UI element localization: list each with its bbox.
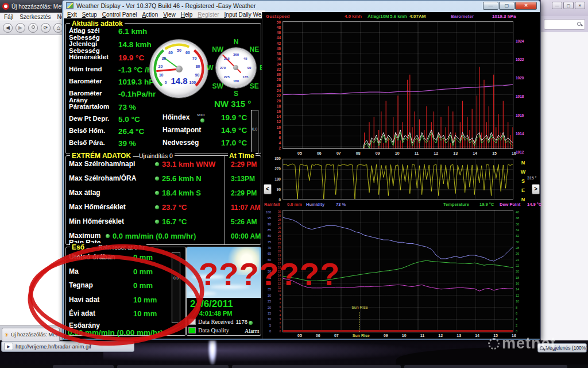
data-quality-row: Data Quality — [188, 327, 229, 334]
chart-scroll-left-button[interactable]: < — [264, 184, 272, 194]
browser-right-titlebar[interactable]: — ▢ ✕ — [541, 0, 588, 16]
browser-menu-item[interactable]: Fájl — [4, 14, 13, 20]
wd-menu-item[interactable]: Exit — [67, 12, 77, 18]
taskbar-item[interactable] — [404, 365, 567, 368]
maximize-button[interactable]: ▢ — [499, 2, 514, 10]
taskbar-edge[interactable] — [0, 365, 588, 368]
axis-tick: 1012 — [516, 150, 533, 154]
search-input[interactable] — [544, 19, 585, 30]
chart-legend-item: 1019.3 hPa — [492, 14, 516, 19]
status-url[interactable]: http://vrijeme.hr/bradar-anim.gif — [16, 343, 91, 350]
taskbar-item[interactable] — [117, 365, 229, 368]
axis-tick: 1016 — [516, 113, 533, 117]
axis-tick: 30 — [274, 210, 281, 213]
wd-titlebar[interactable]: Weather Display - Ver 10.37Q Build 46 - … — [63, 1, 540, 10]
minimize-button[interactable]: — — [483, 2, 498, 10]
browser-window-right: — ▢ ✕ — [540, 0, 588, 340]
axis-tick: 16 — [266, 109, 281, 113]
axis-tick: 10 — [402, 334, 407, 339]
time-display: 4:01:48 PM — [199, 310, 232, 317]
axis-tick: 12 — [266, 120, 281, 124]
chart-legend-item: 0.0 mm — [287, 202, 302, 207]
gauge-tick: SE — [250, 82, 259, 90]
chart-legend-item: Átlag/10M — [368, 14, 389, 19]
key-button[interactable] — [28, 23, 38, 33]
search-icon — [577, 22, 581, 26]
compass-hub — [233, 65, 238, 70]
wd-menu-item[interactable]: View — [163, 12, 176, 18]
axis-tick: 10 — [395, 151, 400, 156]
browser-statusbar[interactable]: ▶ http://vrijeme.hr/bradar-anim.gif — [1, 341, 134, 352]
close-button[interactable]: ✕ — [515, 2, 537, 10]
browser-tab[interactable]: ☀ Új hozzászólás: Meteor... — [2, 328, 60, 341]
rain-rate-value: 0.00 mm/min (0.00 mm/hr) — [68, 328, 163, 337]
axis-tick: 1020 — [516, 76, 533, 80]
sky-image — [187, 247, 261, 298]
browser-titlebar[interactable]: Új hozzászólás: Meteorológ — [0, 0, 63, 13]
panel-subtitle: Ujraindítás 0 — [139, 152, 173, 159]
wd-menu-item[interactable]: Register — [198, 12, 219, 18]
axis-tick: 18 — [516, 276, 525, 279]
gauge-tick: 80 — [196, 64, 200, 68]
chart-series-svg — [283, 159, 513, 199]
axis-tick: 20 — [266, 99, 281, 103]
axis-tick: 13 — [274, 278, 281, 281]
date-display: 24/6/2011 — [190, 298, 233, 310]
gauge-tick: 70 — [192, 56, 197, 60]
current-data-panel: Aktuális adatok Átlag szél Sebesség 6.1 … — [65, 23, 261, 154]
forward-button[interactable]: ▶ — [16, 23, 25, 33]
axis-tick: 12 — [438, 334, 443, 339]
chart-scroll-right-button[interactable]: > — [532, 184, 540, 194]
back-button[interactable]: ◀ — [3, 23, 13, 33]
axis-tick: 16 — [512, 151, 516, 156]
axis-tick: 27 — [274, 223, 281, 225]
data-received-indicator — [188, 319, 196, 325]
gauge-tick: 10 — [159, 73, 164, 77]
wd-menu-item[interactable]: Control Panel — [102, 12, 137, 18]
axis-tick: 32 — [266, 67, 281, 71]
current-side-row: Harmatpont 14.9 °C — [163, 126, 260, 139]
axis-tick: 40 — [264, 282, 271, 285]
axis-tick: 13 — [453, 151, 458, 156]
axis-tick: 20 — [274, 250, 281, 253]
gauge-tick: W — [207, 64, 213, 72]
chart-legend-item: 5.6 kmh — [390, 14, 407, 19]
axis-tick: 28 — [516, 246, 525, 250]
gauge-tick: 0 — [165, 80, 167, 85]
wd-menu-item[interactable]: Action — [142, 12, 158, 18]
reload-button[interactable]: ⟳ — [41, 23, 51, 33]
taskbar-item[interactable] — [53, 365, 114, 368]
axis-tick: 270 — [268, 167, 281, 171]
gauge-tick: 270 — [220, 66, 226, 70]
axis-tick: 48 — [266, 25, 281, 29]
axis-tick: 4 — [274, 314, 281, 317]
panel-title: EXTRÉM ADATOK —Ujraindítás 0 — [70, 152, 175, 160]
axis-tick: 80 — [264, 234, 271, 237]
home-button[interactable]: ⌂ — [53, 23, 63, 33]
panel-title: Eső ——Rain reset at 0 hr — [70, 243, 146, 251]
close-button[interactable]: ✕ — [575, 2, 585, 9]
chart-legend-item: Humidity — [306, 202, 324, 207]
axis-tick: 70 — [264, 246, 271, 250]
axis-tick: 12 — [434, 151, 438, 156]
taskbar-item[interactable] — [232, 365, 401, 368]
extreme-data-row: Max átlag 18.4 kmh S 2:29 PM — [69, 189, 258, 204]
browser-title: Új hozzászólás: Meteorológ — [11, 3, 63, 10]
current-data-row: Átlag szél Sebesség 6.1 kmh — [69, 28, 184, 41]
go-icon[interactable]: ▶ — [4, 343, 13, 350]
opera-icon — [2, 3, 9, 10]
gauge-tick: 60 — [185, 50, 190, 54]
axis-tick: 34 — [516, 228, 525, 232]
axis-tick: 44 — [266, 36, 281, 40]
maximize-button[interactable]: ▢ — [563, 2, 574, 9]
gauge-tick: 90 — [195, 73, 199, 77]
top-chart-plot — [283, 21, 513, 149]
minimize-button[interactable]: — — [552, 2, 562, 9]
extreme-data-row: Max Szélroham/napi 33.1 kmh WNW 2:29 PM — [69, 160, 258, 175]
axis-tick: 40 — [516, 210, 525, 214]
axis-tick: 32 — [516, 234, 525, 237]
extreme-data-panel: EXTRÉM ADATOK —Ujraindítás 0 At Time Max… — [65, 155, 261, 245]
wd-menu-item[interactable]: Setup — [82, 12, 97, 18]
browser-menu-item[interactable]: Szerkesztés — [20, 14, 51, 20]
wd-menu-item[interactable]: Help — [181, 12, 193, 18]
